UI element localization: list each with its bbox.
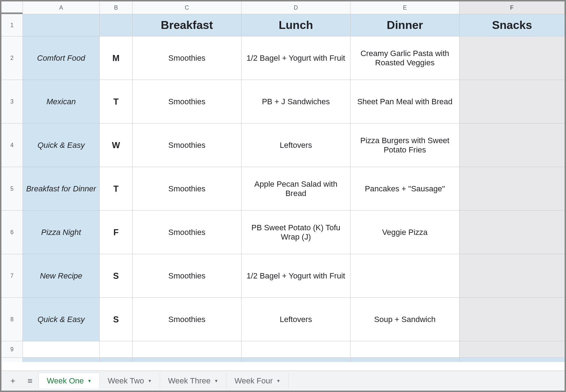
col-header-B[interactable]: B	[100, 1, 133, 14]
plus-icon: +	[10, 376, 15, 386]
cell-A9[interactable]	[23, 341, 100, 357]
cell-F8[interactable]	[460, 298, 565, 341]
rows-container: 1 Breakfast Lunch Dinner Snacks 2 Comfor…	[1, 14, 565, 369]
add-sheet-button[interactable]: +	[4, 372, 21, 390]
tab-week-one[interactable]: Week One ▼	[39, 373, 100, 388]
cell-E1[interactable]: Dinner	[351, 14, 460, 36]
cell-E4[interactable]: Pizza Burgers with Sweet Potato Fries	[351, 124, 460, 167]
row-header-5[interactable]: 5	[1, 167, 23, 210]
cell-E9[interactable]	[351, 341, 460, 357]
select-all-corner[interactable]	[1, 1, 23, 14]
tab-label: Week Three	[168, 376, 210, 386]
col-header-D[interactable]: D	[242, 1, 351, 14]
all-sheets-button[interactable]: ≡	[21, 372, 39, 390]
cell-B3[interactable]: T	[100, 80, 133, 123]
row-header-7[interactable]: 7	[1, 254, 23, 297]
cell-C1[interactable]: Breakfast	[133, 14, 242, 36]
tab-label: Week Two	[108, 376, 144, 386]
cell-E10[interactable]	[351, 358, 460, 362]
cell-C8[interactable]: Smoothies	[133, 298, 242, 341]
cell-D6[interactable]: PB Sweet Potato (K) Tofu Wrap (J)	[242, 211, 351, 254]
table-row: 8 Quick & Easy S Smoothies Leftovers Sou…	[1, 298, 565, 341]
cell-E2[interactable]: Creamy Garlic Pasta with Roasted Veggies	[351, 36, 460, 80]
cell-D9[interactable]	[242, 341, 351, 357]
cell-C2[interactable]: Smoothies	[133, 36, 242, 80]
row-header-2[interactable]: 2	[1, 36, 23, 80]
cell-D3[interactable]: PB + J Sandwiches	[242, 80, 351, 123]
cell-F10[interactable]	[460, 358, 565, 362]
cell-A4[interactable]: Quick & Easy	[23, 124, 100, 167]
cell-D7[interactable]: 1/2 Bagel + Yogurt with Fruit	[242, 254, 351, 297]
cell-B9[interactable]	[100, 341, 133, 357]
row-header-4[interactable]: 4	[1, 124, 23, 167]
sheet-tab-bar: + ≡ Week One ▼ Week Two ▼ Week Three ▼ W…	[1, 371, 565, 391]
menu-icon: ≡	[28, 376, 33, 386]
cell-C9[interactable]	[133, 341, 242, 357]
chevron-down-icon: ▼	[88, 378, 92, 383]
col-header-C[interactable]: C	[133, 1, 242, 14]
table-row: 7 New Recipe S Smoothies 1/2 Bagel + Yog…	[1, 254, 565, 298]
cell-E5[interactable]: Pancakes + "Sausage"	[351, 167, 460, 210]
row-header-1[interactable]: 1	[1, 14, 23, 36]
row-header-6[interactable]: 6	[1, 211, 23, 254]
tab-week-three[interactable]: Week Three ▼	[160, 373, 227, 389]
cell-D2[interactable]: 1/2 Bagel + Yogurt with Fruit	[242, 36, 351, 80]
cell-C10[interactable]	[133, 358, 242, 362]
spreadsheet: A B C D E F 1 Breakfast Lunch Dinner Sna…	[1, 1, 565, 369]
tab-week-two[interactable]: Week Two ▼	[100, 373, 160, 389]
table-row: 5 Breakfast for Dinner T Smoothies Apple…	[1, 167, 565, 211]
cell-E7[interactable]	[351, 254, 460, 297]
tab-week-four[interactable]: Week Four ▼	[227, 373, 289, 389]
chevron-down-icon: ▼	[148, 378, 152, 383]
col-header-E[interactable]: E	[351, 1, 460, 14]
cell-B4[interactable]: W	[100, 124, 133, 167]
cell-E6[interactable]: Veggie Pizza	[351, 211, 460, 254]
cell-C7[interactable]: Smoothies	[133, 254, 242, 297]
cell-A1[interactable]	[23, 14, 100, 36]
cell-F1[interactable]: Snacks	[460, 14, 565, 36]
cell-A8[interactable]: Quick & Easy	[23, 298, 100, 341]
cell-D4[interactable]: Leftovers	[242, 124, 351, 167]
cell-D1[interactable]: Lunch	[242, 14, 351, 36]
cell-D8[interactable]: Leftovers	[242, 298, 351, 341]
col-header-F[interactable]: F	[460, 1, 565, 14]
cell-B5[interactable]: T	[100, 167, 133, 210]
table-row: 9	[1, 341, 565, 358]
cell-B2[interactable]: M	[100, 36, 133, 80]
cell-C4[interactable]: Smoothies	[133, 124, 242, 167]
tab-label: Week Four	[234, 376, 273, 386]
chevron-down-icon: ▼	[276, 378, 280, 383]
cell-A2[interactable]: Comfort Food	[23, 36, 100, 80]
cell-C3[interactable]: Smoothies	[133, 80, 242, 123]
cell-B6[interactable]: F	[100, 211, 133, 254]
cell-F7[interactable]	[460, 254, 565, 297]
cell-E8[interactable]: Soup + Sandwich	[351, 298, 460, 341]
cell-B7[interactable]: S	[100, 254, 133, 297]
table-row: 4 Quick & Easy W Smoothies Leftovers Piz…	[1, 124, 565, 167]
col-header-A[interactable]: A	[23, 1, 100, 14]
cell-C6[interactable]: Smoothies	[133, 211, 242, 254]
cell-F5[interactable]	[460, 167, 565, 210]
cell-B10[interactable]	[100, 358, 133, 362]
cell-F2[interactable]	[460, 36, 565, 80]
cell-B8[interactable]: S	[100, 298, 133, 341]
cell-F3[interactable]	[460, 80, 565, 123]
cell-A7[interactable]: New Recipe	[23, 254, 100, 297]
cell-E3[interactable]: Sheet Pan Meal with Bread	[351, 80, 460, 123]
cell-A5[interactable]: Breakfast for Dinner	[23, 167, 100, 210]
cell-F4[interactable]	[460, 124, 565, 167]
cell-D5[interactable]: Apple Pecan Salad with Bread	[242, 167, 351, 210]
table-row: 1 Breakfast Lunch Dinner Snacks	[1, 14, 565, 36]
cell-F9[interactable]	[460, 341, 565, 357]
cell-C5[interactable]: Smoothies	[133, 167, 242, 210]
row-header-3[interactable]: 3	[1, 80, 23, 123]
cell-B1[interactable]	[100, 14, 133, 36]
row-header-10[interactable]	[1, 358, 23, 362]
cell-A3[interactable]: Mexican	[23, 80, 100, 123]
cell-F6[interactable]	[460, 211, 565, 254]
cell-A6[interactable]: Pizza Night	[23, 211, 100, 254]
cell-D10[interactable]	[242, 358, 351, 362]
row-header-8[interactable]: 8	[1, 298, 23, 341]
row-header-9[interactable]: 9	[1, 341, 23, 357]
cell-A10[interactable]	[23, 358, 100, 362]
